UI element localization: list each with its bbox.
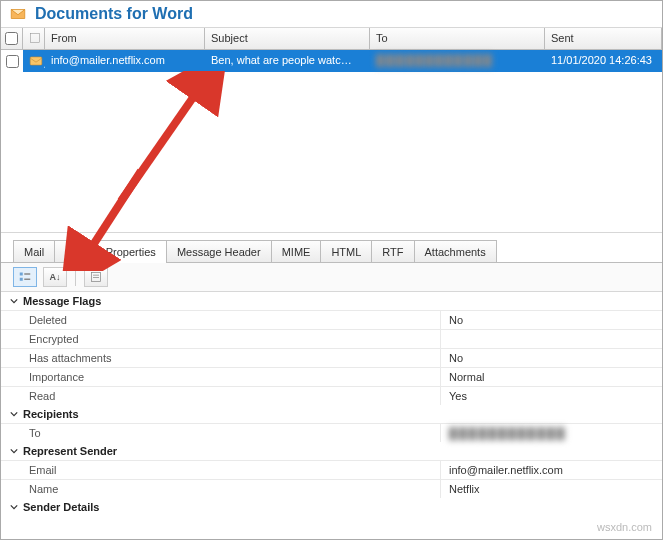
group-represent-sender[interactable]: Represent Sender bbox=[1, 442, 662, 460]
property-value: info@mailer.netflix.com bbox=[441, 461, 662, 479]
tab-mail[interactable]: Mail bbox=[13, 240, 55, 262]
property-key: Read bbox=[1, 387, 441, 405]
tab-html[interactable]: HTML bbox=[320, 240, 372, 262]
property-row[interactable]: NameNetflix bbox=[1, 479, 662, 498]
toolbar-separator bbox=[75, 268, 76, 286]
row-from: info@mailer.netflix.com bbox=[45, 50, 205, 72]
tab-attachments[interactable]: Attachments bbox=[414, 240, 497, 262]
row-to: ████████████ bbox=[370, 50, 545, 72]
tab-properties[interactable]: Properties bbox=[95, 240, 167, 263]
app-icon bbox=[9, 5, 27, 23]
svg-rect-1 bbox=[30, 57, 42, 65]
header-from[interactable]: From bbox=[45, 28, 205, 49]
chevron-down-icon bbox=[9, 296, 19, 306]
property-row[interactable]: Emailinfo@mailer.netflix.com bbox=[1, 460, 662, 479]
property-key: Has attachments bbox=[1, 349, 441, 367]
group-sender-details[interactable]: Sender Details bbox=[1, 498, 662, 516]
titlebar: Documents for Word bbox=[1, 1, 662, 28]
property-value: ████████████ bbox=[441, 424, 662, 442]
tab-mime[interactable]: MIME bbox=[271, 240, 322, 262]
svg-rect-8 bbox=[93, 277, 99, 278]
property-row[interactable]: ImportanceNormal bbox=[1, 367, 662, 386]
property-row[interactable]: DeletedNo bbox=[1, 310, 662, 329]
property-key: Encrypted bbox=[1, 330, 441, 348]
property-value: Netflix bbox=[441, 480, 662, 498]
mail-icon bbox=[23, 50, 45, 72]
svg-rect-4 bbox=[24, 273, 30, 275]
property-row[interactable]: Encrypted bbox=[1, 329, 662, 348]
property-value: No bbox=[441, 311, 662, 329]
message-list: From Subject To Sent info@mailer.netflix… bbox=[1, 28, 662, 233]
property-row[interactable]: To████████████ bbox=[1, 423, 662, 442]
message-list-header: From Subject To Sent bbox=[1, 28, 662, 50]
property-key: Importance bbox=[1, 368, 441, 386]
row-subject: Ben, what are people watc… bbox=[205, 50, 370, 72]
property-value bbox=[441, 330, 662, 348]
message-list-empty bbox=[1, 72, 662, 232]
svg-rect-2 bbox=[20, 273, 23, 276]
property-value: No bbox=[441, 349, 662, 367]
chevron-down-icon bbox=[9, 409, 19, 419]
property-row[interactable]: Has attachmentsNo bbox=[1, 348, 662, 367]
row-checkbox[interactable] bbox=[1, 50, 23, 72]
header-to[interactable]: To bbox=[370, 28, 545, 49]
svg-rect-0 bbox=[31, 34, 40, 43]
message-row[interactable]: info@mailer.netflix.com Ben, what are pe… bbox=[1, 50, 662, 72]
group-message-flags[interactable]: Message Flags bbox=[1, 292, 662, 310]
header-sent[interactable]: Sent bbox=[545, 28, 662, 49]
header-checkbox[interactable] bbox=[1, 28, 23, 49]
categorized-view-button[interactable] bbox=[13, 267, 37, 287]
tabstrip: MailHexPropertiesMessage HeaderMIMEHTMLR… bbox=[1, 233, 662, 263]
svg-rect-3 bbox=[20, 278, 23, 281]
svg-rect-7 bbox=[93, 275, 99, 276]
tab-message-header[interactable]: Message Header bbox=[166, 240, 272, 262]
tab-hex[interactable]: Hex bbox=[54, 240, 96, 262]
property-value: Normal bbox=[441, 368, 662, 386]
property-key: Email bbox=[1, 461, 441, 479]
header-icon-col bbox=[23, 28, 45, 49]
chevron-down-icon bbox=[9, 446, 19, 456]
watermark: wsxdn.com bbox=[597, 521, 652, 533]
tab-rtf[interactable]: RTF bbox=[371, 240, 414, 262]
app-title: Documents for Word bbox=[35, 5, 193, 23]
property-key: Deleted bbox=[1, 311, 441, 329]
svg-rect-5 bbox=[24, 279, 30, 281]
property-grid[interactable]: Message FlagsDeletedNoEncryptedHas attac… bbox=[1, 292, 662, 540]
property-value: Yes bbox=[441, 387, 662, 405]
property-pages-button[interactable] bbox=[84, 267, 108, 287]
alphabetical-view-button[interactable]: A↓ bbox=[43, 267, 67, 287]
group-recipients[interactable]: Recipients bbox=[1, 405, 662, 423]
property-row[interactable]: ReadYes bbox=[1, 386, 662, 405]
chevron-down-icon bbox=[9, 502, 19, 512]
property-toolbar: A↓ bbox=[1, 263, 662, 292]
property-key: Name bbox=[1, 480, 441, 498]
row-sent: 11/01/2020 14:26:43 bbox=[545, 50, 662, 72]
header-subject[interactable]: Subject bbox=[205, 28, 370, 49]
property-key: To bbox=[1, 424, 441, 442]
